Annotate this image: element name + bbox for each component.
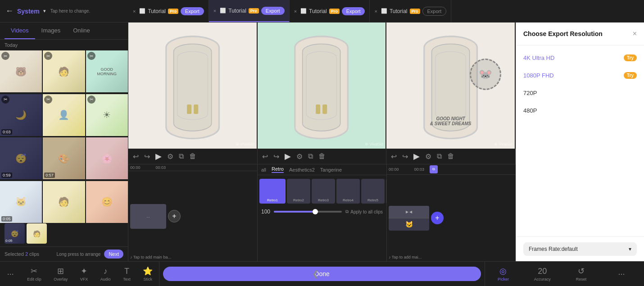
audio-icon: ♪ (104, 267, 108, 276)
trash-button-2[interactable]: 🗑 (317, 151, 327, 161)
edit-clip-tool[interactable]: ✂ Edit clip (23, 266, 45, 281)
scissors-icon: ✂ (1, 52, 9, 60)
media-item[interactable]: 🌸 (86, 137, 128, 179)
done-button[interactable]: Done (163, 267, 481, 281)
media-item[interactable]: 😊 (86, 181, 128, 223)
stacked-clips[interactable]: ▶ ◀ 🐱 (389, 206, 429, 231)
copy-button-1[interactable]: ⧉ (178, 151, 185, 161)
panel-close-button[interactable]: × (633, 30, 637, 38)
resolution-720p[interactable]: 720P (516, 84, 644, 102)
tab-3-close-icon[interactable]: × (294, 9, 297, 14)
media-item[interactable]: 🎨 0:57 (43, 137, 85, 179)
text-tool[interactable]: T Text (119, 267, 134, 281)
media-thumb: 😊 (86, 181, 128, 223)
retro-clip-6[interactable]: R (386, 179, 386, 204)
center-area: ⊕ VivaGiz ⊕ VivaGiz (128, 23, 516, 261)
add-clip-button-1[interactable]: + (168, 210, 181, 222)
tab-4-export-button[interactable]: Export (422, 7, 447, 16)
collapse-left-button[interactable]: ··· (3, 269, 18, 279)
copy-button-3[interactable]: ⧉ (436, 151, 443, 161)
copy-button-2[interactable]: ⧉ (307, 151, 314, 161)
settings-button-3[interactable]: ⚙ (424, 151, 432, 162)
undo-button-1[interactable]: ↩ (132, 151, 140, 162)
track-clip-1[interactable]: ... (130, 204, 166, 229)
tabs-container: × ⬜ Tutorial Pro Export × ⬜ Tutorial Pro… (128, 0, 644, 22)
retro-clip-4[interactable]: Retro4 (336, 179, 360, 204)
settings-button-2[interactable]: ⚙ (295, 151, 304, 162)
tab-3[interactable]: × ⬜ Tutorial Pro Export (290, 0, 370, 22)
media-item[interactable]: 😴 0:59 (0, 137, 42, 179)
tab-2-close-icon[interactable]: × (213, 8, 216, 14)
settings-button-1[interactable]: ⚙ (166, 151, 174, 162)
system-arrow-icon[interactable]: ▾ (43, 8, 46, 14)
resolution-1080p-try-badge: Try (624, 72, 637, 79)
frames-rate-select[interactable]: Frames Rate:default ▾ (523, 242, 637, 256)
trash-button-3[interactable]: 🗑 (446, 151, 455, 161)
tab-1-pro-badge: Pro (168, 9, 178, 14)
tab-retro[interactable]: Retro (272, 166, 284, 173)
undo-button-3[interactable]: ↩ (390, 151, 398, 162)
tab-all[interactable]: all (261, 167, 266, 173)
tab-aesthetics[interactable]: Aesthetics2 (289, 167, 315, 173)
resolution-1080p[interactable]: 1080P FHD Try (516, 67, 644, 84)
reset-tool[interactable]: ↺ Reset (572, 266, 590, 281)
media-item[interactable]: 🐱 0:05 (0, 181, 42, 223)
tab-1[interactable]: × ⬜ Tutorial Pro Export (128, 0, 209, 22)
stick-tool[interactable]: ⭐ Stick (139, 266, 156, 281)
back-icon[interactable]: ← (5, 6, 14, 16)
next-button[interactable]: Next (104, 250, 123, 259)
done-button-container: Done ❮ (159, 267, 485, 281)
redo-button-1[interactable]: ↪ (143, 151, 151, 162)
sidebar-tab-videos[interactable]: Videos (5, 23, 35, 39)
sidebar-tab-images[interactable]: Images (35, 23, 67, 39)
tab-2[interactable]: × ⬜ Tutorial Pro Export (209, 0, 290, 22)
retro-clip-2[interactable]: Retro2 (287, 179, 310, 204)
volume-fill (274, 211, 318, 213)
play-button-1[interactable]: ▶ (154, 150, 163, 162)
media-item[interactable]: 🐻 ✂ (0, 50, 42, 92)
audio-tool[interactable]: ♪ Audio (97, 267, 114, 281)
overlay-tool[interactable]: ⊞ Overlay (50, 266, 71, 281)
overlay-label: Overlay (54, 277, 68, 281)
tab-1-export-button[interactable]: Export (181, 7, 204, 15)
trash-button-1[interactable]: 🗑 (188, 151, 197, 161)
play-button-2[interactable]: ▶ (284, 150, 292, 162)
redo-button-3[interactable]: ↪ (401, 151, 409, 162)
door-svg-1 (148, 29, 237, 142)
retro-clip-5[interactable]: Retro5 (361, 179, 385, 204)
retro-clip-1[interactable]: Retro1 (259, 179, 286, 204)
volume-slider[interactable] (274, 211, 342, 213)
tab-2-export-button[interactable]: Export (261, 7, 285, 15)
media-item[interactable]: 🧑 ✂ (43, 50, 85, 92)
volume-handle[interactable] (313, 209, 318, 214)
tab-4-close-icon[interactable]: × (374, 9, 377, 14)
tab-3-export-button[interactable]: Export (342, 7, 365, 15)
tab-3-pro-badge: Pro (329, 9, 340, 14)
media-item[interactable]: 🌙 ✂ 0:03 (0, 94, 42, 136)
media-item[interactable]: ☀ ✂ (86, 94, 128, 136)
sidebar-tab-online[interactable]: Online (67, 23, 96, 39)
tab-4-label: Tutorial (390, 8, 408, 14)
tab-tangerine[interactable]: Tangerine (320, 167, 342, 173)
accuracy-tool[interactable]: 20 Accuracy (531, 267, 554, 281)
piker-tool[interactable]: ◎ Picker (494, 266, 512, 281)
apply-all-button[interactable]: ⧉ Apply to all clips (345, 209, 383, 214)
tab-4[interactable]: × ⬜ Tutorial Pro Export (370, 0, 451, 22)
time-ruler-3: 00:00 00:03 ⧉ (387, 164, 516, 175)
media-item[interactable]: 👤 ✂ (43, 94, 85, 136)
resolution-4k[interactable]: 4K Ultra HD Try (516, 49, 644, 67)
retro-clip-3[interactable]: Retro3 (312, 179, 335, 204)
collapse-timeline-button[interactable]: ❮ (312, 269, 319, 279)
resolution-480p[interactable]: 480P (516, 102, 644, 119)
stick-icon: ⭐ (143, 266, 153, 276)
media-item[interactable]: GOODMORNING ✂ (86, 50, 128, 92)
vfx-tool[interactable]: ✦ VFX (77, 266, 92, 281)
redo-button-2[interactable]: ↪ (272, 151, 280, 162)
svg-rect-6 (303, 44, 340, 131)
media-item[interactable]: 🧑 (43, 181, 85, 223)
tab-1-close-icon[interactable]: × (133, 9, 136, 14)
add-end-button[interactable]: + (431, 212, 444, 224)
play-button-3[interactable]: ▶ (413, 150, 421, 162)
scissors-icon: ✂ (44, 95, 52, 104)
undo-button-2[interactable]: ↩ (261, 151, 269, 162)
